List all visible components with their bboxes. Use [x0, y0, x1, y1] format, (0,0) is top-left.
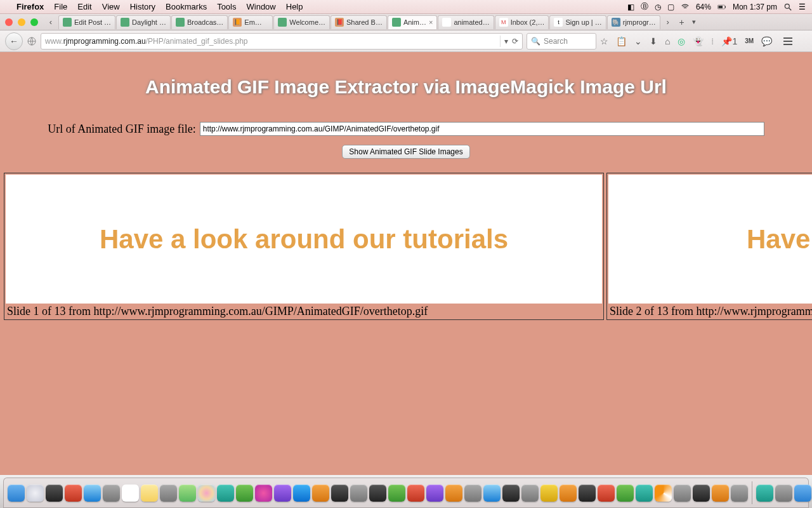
browser-tab[interactable]: 📙Em…: [228, 15, 273, 29]
browser-tab[interactable]: 📕Shared B…: [331, 15, 387, 29]
reader-mode-icon[interactable]: ▾: [504, 37, 508, 46]
browser-tab[interactable]: Daylight …: [116, 15, 171, 29]
gif-url-input[interactable]: [200, 122, 764, 136]
dock-opera-icon[interactable]: [407, 485, 424, 502]
all-tabs-dropdown-icon[interactable]: ▾: [689, 18, 699, 26]
dock-ibooks-icon[interactable]: [274, 485, 291, 502]
dock-sysprefs-icon[interactable]: [350, 485, 367, 502]
dock-app-icon[interactable]: [312, 485, 329, 502]
dock-facetime-icon[interactable]: [236, 485, 253, 502]
battery-icon[interactable]: [717, 3, 726, 11]
browser-tab[interactable]: tSign up | …: [549, 15, 606, 29]
site-identity-icon[interactable]: [27, 36, 37, 46]
dock-firefox-icon[interactable]: [560, 485, 577, 502]
slides-strip[interactable]: Have a look around our tutorials Slide 1…: [0, 173, 812, 320]
status-icon[interactable]: Ⓑ: [641, 1, 648, 12]
wifi-icon[interactable]: [681, 3, 690, 11]
dock-app-icon[interactable]: [521, 485, 539, 502]
browser-tab[interactable]: Welcome…: [273, 15, 330, 29]
dock-filezilla-icon[interactable]: [598, 485, 615, 502]
browser-tab[interactable]: Broadcas…: [171, 15, 228, 29]
dock-vlc-icon[interactable]: [655, 485, 672, 502]
dock-app-icon[interactable]: [65, 485, 82, 502]
ghostery-icon[interactable]: 👻: [693, 36, 704, 46]
tabstrip-scroll-right-icon[interactable]: ›: [661, 17, 675, 27]
browser-tab[interactable]: 🐘rjmprogr…: [607, 15, 660, 29]
dock-app-icon[interactable]: [483, 485, 501, 502]
chat-icon[interactable]: 💬: [761, 36, 772, 46]
pocket-icon[interactable]: ⌄: [634, 36, 642, 46]
dock-app-icon[interactable]: [579, 485, 596, 502]
dock-finder-icon[interactable]: [8, 485, 25, 502]
dock-app-icon[interactable]: [731, 485, 748, 502]
dock-app-icon[interactable]: [693, 485, 710, 502]
dock-app-icon[interactable]: [712, 485, 729, 502]
home-icon[interactable]: ⌂: [665, 36, 670, 46]
dock-stack-icon[interactable]: [756, 485, 773, 502]
reload-button[interactable]: ⟳: [512, 37, 518, 46]
browser-tab[interactable]: Edit Post …: [58, 15, 115, 29]
show-slides-button[interactable]: Show Animated GIF Slide Images: [342, 145, 469, 159]
menu-help[interactable]: Help: [286, 2, 303, 11]
ext-badge[interactable]: 3M: [745, 37, 754, 44]
clock[interactable]: Mon 1:37 pm: [733, 3, 777, 11]
app-name[interactable]: Firefox: [16, 2, 44, 11]
dock-stack-icon[interactable]: [794, 485, 811, 502]
tabstrip-scroll-left-icon[interactable]: ‹: [44, 17, 58, 27]
dock-app-icon[interactable]: [674, 485, 691, 502]
dock-terminal-icon[interactable]: [331, 485, 348, 502]
airplay-icon[interactable]: ▢: [667, 3, 674, 11]
clipboard-icon[interactable]: 📋: [616, 36, 627, 46]
spotlight-icon[interactable]: [783, 3, 792, 11]
address-bar[interactable]: www.rjmprogramming.com.au/PHP/animated_g…: [41, 33, 523, 50]
dock-app-icon[interactable]: [445, 485, 462, 502]
dock-imovie-icon[interactable]: [426, 485, 443, 502]
addon-icon[interactable]: ◎: [678, 36, 685, 46]
firefox-menu-button[interactable]: [780, 33, 796, 50]
dock-safari-icon[interactable]: [27, 485, 44, 502]
dock-appstore-icon[interactable]: [293, 485, 310, 502]
menu-bookmarks[interactable]: Bookmarks: [166, 2, 207, 11]
menu-file[interactable]: File: [54, 2, 67, 11]
dock-chrome-icon[interactable]: [540, 485, 558, 502]
dock-contacts-icon[interactable]: [103, 485, 120, 502]
dock-terminal-icon[interactable]: [502, 485, 520, 502]
tab-close-icon[interactable]: ×: [429, 18, 433, 26]
menu-window[interactable]: Window: [247, 2, 276, 11]
pin-icon[interactable]: 📌1: [721, 36, 737, 46]
search-placeholder: Search: [544, 37, 568, 46]
new-tab-button[interactable]: +: [676, 17, 688, 27]
dock-reminders-icon[interactable]: [160, 485, 177, 502]
dock-notes-icon[interactable]: [141, 485, 158, 502]
dock-itunes-icon[interactable]: [255, 485, 272, 502]
menu-extras-icon[interactable]: ☰: [799, 3, 806, 11]
dock-stack-icon[interactable]: [775, 485, 792, 502]
dock-app-icon[interactable]: [369, 485, 386, 502]
dock-app-icon[interactable]: [464, 485, 481, 502]
dock-photos-icon[interactable]: [198, 485, 215, 502]
window-close-button[interactable]: [5, 18, 13, 26]
window-minimize-button[interactable]: [18, 18, 25, 26]
back-button[interactable]: ←: [5, 32, 23, 50]
dock-maps-icon[interactable]: [179, 485, 196, 502]
browser-tab[interactable]: MInbox (2,…: [495, 15, 549, 29]
dock-app-icon[interactable]: [636, 485, 653, 502]
window-zoom-button[interactable]: [30, 18, 38, 26]
menu-edit[interactable]: Edit: [77, 2, 91, 11]
dock-app-icon[interactable]: [46, 485, 63, 502]
bookmark-star-icon[interactable]: ☆: [600, 36, 608, 46]
dock-messages-icon[interactable]: [217, 485, 234, 502]
dock-app-icon[interactable]: [388, 485, 405, 502]
dock-calendar-icon[interactable]: [122, 485, 139, 502]
status-icon[interactable]: ◧: [627, 3, 634, 11]
menu-history[interactable]: History: [130, 2, 155, 11]
browser-tab-active[interactable]: Anim…×: [388, 15, 438, 29]
downloads-icon[interactable]: ⬇: [650, 36, 657, 46]
dock-mail-icon[interactable]: [84, 485, 101, 502]
status-icon[interactable]: ◷: [655, 3, 661, 11]
menu-view[interactable]: View: [102, 2, 120, 11]
browser-tab[interactable]: animated…: [438, 15, 494, 29]
search-bar[interactable]: 🔍 Search: [527, 33, 596, 50]
menu-tools[interactable]: Tools: [217, 2, 236, 11]
dock-app-icon[interactable]: [617, 485, 634, 502]
